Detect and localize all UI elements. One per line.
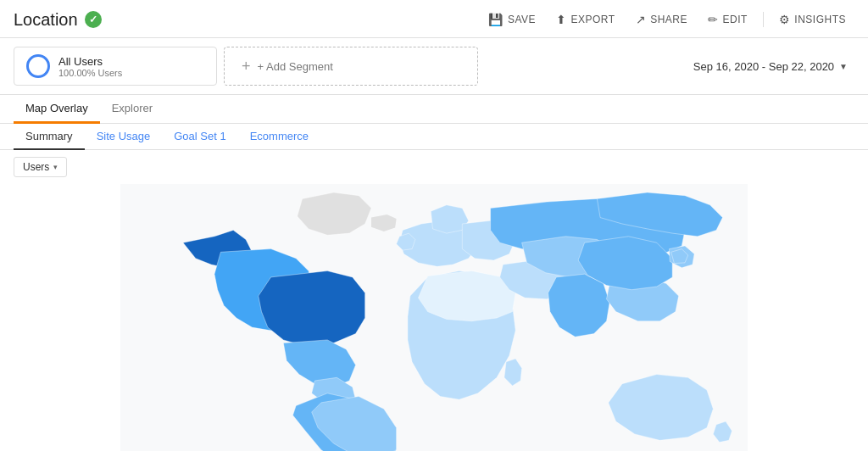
verified-icon (85, 11, 102, 28)
export-label: EXPORT (571, 14, 615, 25)
segment-pct: 100.00% Users (58, 68, 122, 78)
divider (763, 12, 764, 27)
toolbar: Users ▾ (0, 150, 868, 184)
insights-button[interactable]: ⚙ INSIGHTS (771, 8, 854, 31)
main-content: All Users 100.00% Users + + Add Segment … (0, 38, 868, 451)
share-label: SHARE (650, 14, 687, 25)
add-segment-label: + Add Segment (258, 60, 333, 73)
tab-map-overlay[interactable]: Map Overlay (14, 95, 100, 124)
segment-circle (26, 54, 50, 78)
segment-name: All Users (58, 55, 122, 68)
header-left: Location (14, 10, 102, 30)
subtab-summary-label: Summary (25, 130, 73, 142)
segment-info: All Users 100.00% Users (58, 55, 122, 78)
dropdown-arrow-icon: ▾ (53, 163, 58, 171)
export-button[interactable]: ⬆ EXPORT (548, 8, 624, 31)
users-dropdown-label: Users (23, 161, 49, 173)
subtab-goal-set-1-label: Goal Set 1 (174, 130, 225, 142)
subtab-site-usage[interactable]: Site Usage (85, 124, 163, 150)
subtab-ecommerce[interactable]: Ecommerce (238, 124, 320, 150)
save-button[interactable]: 💾 SAVE (480, 8, 544, 31)
export-icon: ⬆ (556, 13, 567, 26)
date-range-picker[interactable]: Sep 16, 2020 - Sep 22, 2020 ▼ (687, 57, 854, 76)
share-button[interactable]: ↗ SHARE (627, 8, 696, 31)
tab-map-overlay-label: Map Overlay (25, 102, 88, 114)
date-range-label: Sep 16, 2020 - Sep 22, 2020 (693, 60, 834, 73)
date-range-container: Sep 16, 2020 - Sep 22, 2020 ▼ (687, 47, 854, 86)
subtabs-row: Summary Site Usage Goal Set 1 Ecommerce (0, 124, 868, 150)
view-tabs-row: Map Overlay Explorer (0, 95, 868, 124)
header-actions: 💾 SAVE ⬆ EXPORT ↗ SHARE ✏ EDIT ⚙ INSIGHT… (480, 8, 854, 31)
map-container: 1 5,013 (0, 184, 868, 451)
world-map-svg: 1 5,013 (53, 184, 815, 451)
page-title: Location (14, 10, 78, 30)
save-label: SAVE (508, 14, 536, 25)
edit-button[interactable]: ✏ EDIT (699, 8, 756, 31)
edit-label: EDIT (722, 14, 747, 25)
insights-icon: ⚙ (779, 13, 791, 26)
page-header: Location 💾 SAVE ⬆ EXPORT ↗ SHARE ✏ EDIT … (0, 0, 868, 38)
insights-label: INSIGHTS (794, 14, 846, 25)
add-segment-plus-icon: + (242, 58, 251, 75)
users-dropdown[interactable]: Users ▾ (14, 157, 67, 177)
subtab-summary[interactable]: Summary (14, 124, 85, 150)
segments-row: All Users 100.00% Users + + Add Segment … (0, 38, 868, 95)
subtab-ecommerce-label: Ecommerce (250, 130, 309, 142)
date-range-arrow-icon: ▼ (839, 62, 848, 71)
world-map: 1 5,013 (0, 184, 868, 451)
subtab-site-usage-label: Site Usage (97, 130, 151, 142)
segment-all-users[interactable]: All Users 100.00% Users (14, 47, 217, 86)
share-icon: ↗ (636, 13, 647, 26)
edit-icon: ✏ (708, 13, 719, 26)
subtab-goal-set-1[interactable]: Goal Set 1 (162, 124, 237, 150)
tab-explorer-label: Explorer (112, 102, 153, 114)
add-segment-button[interactable]: + + Add Segment (224, 47, 478, 86)
save-icon: 💾 (488, 13, 504, 26)
tab-explorer[interactable]: Explorer (100, 95, 164, 124)
